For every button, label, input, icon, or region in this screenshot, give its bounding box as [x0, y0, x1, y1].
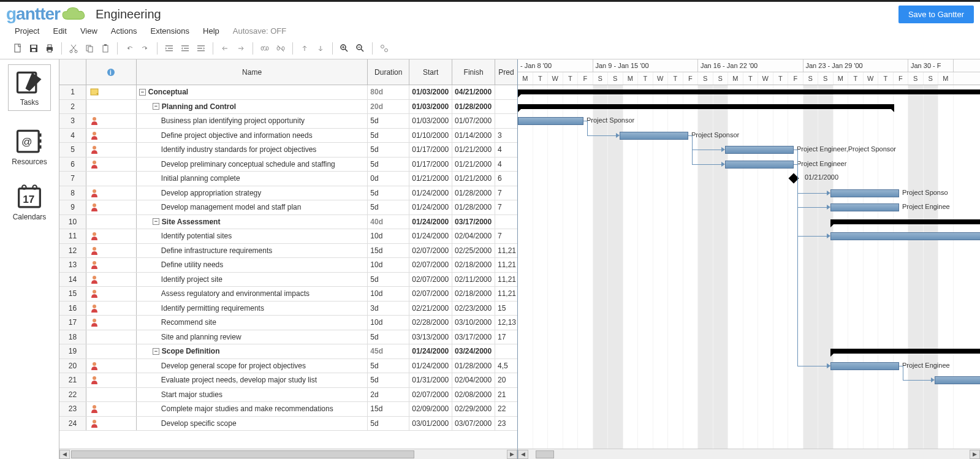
zoom-in-icon[interactable] — [338, 42, 351, 55]
task-name-cell[interactable]: −Planning and Control — [137, 100, 368, 114]
finish-cell[interactable]: 01/28/2000 — [452, 186, 495, 200]
save-icon[interactable] — [27, 42, 40, 55]
row-number[interactable]: 6 — [59, 157, 86, 172]
pred-cell[interactable]: 11,21 — [495, 273, 517, 287]
start-cell[interactable]: 02/09/2000 — [409, 402, 452, 416]
task-bar[interactable]: Project Sponsor — [518, 117, 583, 125]
copy-icon[interactable] — [83, 42, 96, 55]
pred-cell[interactable]: 4,5 — [495, 359, 517, 373]
task-name-cell[interactable]: Define project objective and information… — [137, 129, 368, 143]
task-row[interactable]: 5Identify industry standards for project… — [59, 143, 517, 157]
gantt-row[interactable] — [518, 85, 980, 100]
row-number[interactable]: 23 — [59, 402, 86, 416]
task-name-cell[interactable]: Define utility needs — [137, 258, 368, 272]
finish-cell[interactable]: 02/18/2000 — [452, 258, 495, 272]
row-number[interactable]: 19 — [59, 344, 86, 358]
duration-cell[interactable]: 0d — [368, 172, 409, 186]
task-row[interactable]: 20Develop general scope for project obje… — [59, 359, 517, 374]
task-name-cell[interactable]: Identify permitting requirements — [137, 302, 368, 316]
task-row[interactable]: 2−Planning and Control20d01/03/200001/28… — [59, 100, 517, 115]
zoom-out-icon[interactable] — [354, 42, 367, 55]
gantt-row[interactable]: Project Engineer — [518, 157, 980, 172]
pred-cell[interactable]: 4 — [495, 143, 517, 157]
sidebar-item-calendars[interactable]: 17 Calendars — [13, 183, 47, 221]
gantt-row[interactable]: Project Enginee — [518, 359, 980, 374]
finish-cell[interactable]: 02/25/2000 — [452, 244, 495, 258]
task-name-cell[interactable]: Assess regulatory and environmental impa… — [137, 287, 368, 301]
header-start[interactable]: Start — [409, 59, 452, 85]
task-name-cell[interactable]: Site and planning review — [137, 330, 368, 344]
row-number[interactable]: 8 — [59, 186, 86, 200]
row-number[interactable]: 22 — [59, 388, 86, 402]
row-number[interactable]: 15 — [59, 287, 86, 301]
start-cell[interactable]: 03/13/2000 — [409, 330, 452, 344]
pred-cell[interactable]: 20 — [495, 373, 517, 387]
task-row[interactable]: 16Identify permitting requirements3d02/2… — [59, 302, 517, 316]
outdent-icon[interactable] — [162, 42, 176, 55]
duration-cell[interactable]: 5d — [368, 273, 409, 287]
start-cell[interactable]: 01/17/2000 — [409, 157, 452, 172]
task-row[interactable]: 12Define infrastructure requirements15d0… — [59, 244, 517, 259]
duration-cell[interactable]: 5d — [368, 114, 409, 128]
task-bar[interactable] — [830, 232, 980, 240]
print-icon[interactable] — [43, 42, 56, 55]
task-name-cell[interactable]: Start major studies — [137, 388, 368, 402]
task-row[interactable]: 14Identify project site5d02/07/200002/11… — [59, 273, 517, 287]
row-number[interactable]: 11 — [59, 229, 86, 243]
start-cell[interactable]: 03/01/2000 — [409, 417, 452, 431]
gantt-row[interactable] — [518, 244, 980, 259]
duration-cell[interactable]: 5d — [368, 359, 409, 373]
pred-cell[interactable]: 7 — [495, 229, 517, 243]
pred-cell[interactable]: 22 — [495, 402, 517, 416]
menu-actions[interactable]: Actions — [111, 26, 137, 36]
task-name-cell[interactable]: Develop general scope for project object… — [137, 359, 368, 373]
task-row[interactable]: 18Site and planning review5d03/13/200003… — [59, 330, 517, 345]
redo-icon[interactable] — [139, 42, 152, 55]
header-finish[interactable]: Finish — [452, 59, 495, 85]
arrow-right-icon[interactable] — [234, 42, 248, 55]
duration-cell[interactable]: 5d — [368, 373, 409, 387]
gantt-row[interactable] — [518, 417, 980, 431]
arrow-up-icon[interactable] — [298, 42, 311, 55]
task-bar[interactable]: Project Engineer,Project Sponsor — [725, 146, 794, 154]
pred-cell[interactable]: 7 — [495, 186, 517, 200]
finish-cell[interactable]: 03/17/2000 — [452, 330, 495, 344]
duration-cell[interactable]: 10d — [368, 229, 409, 243]
task-name-cell[interactable]: Develop preliminary conceptual schedule … — [137, 157, 368, 172]
duration-cell[interactable]: 5d — [368, 417, 409, 431]
row-number[interactable]: 17 — [59, 316, 86, 330]
pred-cell[interactable]: 11,21 — [495, 287, 517, 301]
task-row[interactable]: 17Recommend site10d02/28/200003/10/20001… — [59, 316, 517, 330]
summary-bar[interactable] — [518, 89, 980, 94]
start-cell[interactable]: 01/24/2000 — [409, 229, 452, 243]
task-bar[interactable]: Project Engineer — [725, 161, 794, 169]
duration-cell[interactable]: 2d — [368, 388, 409, 402]
header-pred[interactable]: Pred — [495, 59, 517, 85]
task-row[interactable]: 10−Site Assessment40d01/24/200003/17/200… — [59, 215, 517, 230]
header-name[interactable]: Name — [137, 59, 368, 85]
task-row[interactable]: 8Develop appropriation strategy5d01/24/2… — [59, 186, 517, 201]
duration-cell[interactable]: 5d — [368, 143, 409, 157]
pred-cell[interactable]: 21 — [495, 388, 517, 402]
finish-cell[interactable]: 01/07/2000 — [452, 114, 495, 128]
task-name-cell[interactable]: −Conceptual — [137, 85, 368, 99]
duration-cell[interactable]: 10d — [368, 258, 409, 272]
collapse-toggle[interactable]: − — [153, 218, 159, 225]
start-cell[interactable]: 01/10/2000 — [409, 129, 452, 143]
task-row[interactable]: 9Develop management model and staff plan… — [59, 200, 517, 215]
settings-icon[interactable] — [378, 42, 391, 55]
pred-cell[interactable] — [495, 344, 517, 358]
gantt-row[interactable]: Project Enginee — [518, 200, 980, 215]
duration-cell[interactable]: 10d — [368, 316, 409, 330]
task-name-cell[interactable]: −Site Assessment — [137, 215, 368, 229]
gantt-row[interactable] — [518, 229, 980, 244]
start-cell[interactable]: 01/17/2000 — [409, 143, 452, 157]
task-row[interactable]: 13Define utility needs10d02/07/200002/18… — [59, 258, 517, 273]
header-duration[interactable]: Duration — [368, 59, 409, 85]
row-number[interactable]: 7 — [59, 172, 86, 186]
summary-bar[interactable] — [830, 219, 980, 224]
duration-cell[interactable]: 5d — [368, 200, 409, 214]
task-row[interactable]: 7Initial planning complete0d01/21/200001… — [59, 172, 517, 186]
summary-bar[interactable] — [518, 104, 894, 109]
pred-cell[interactable]: 11,21 — [495, 258, 517, 272]
